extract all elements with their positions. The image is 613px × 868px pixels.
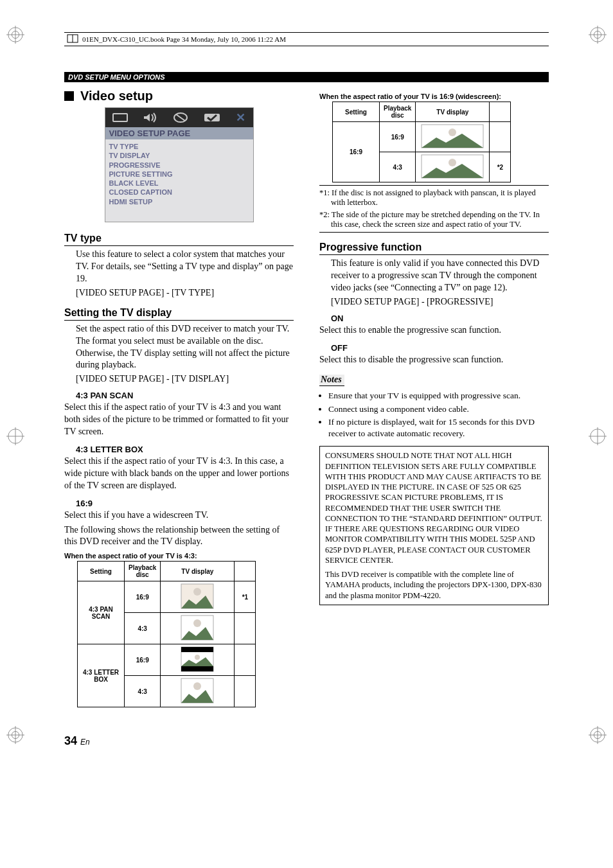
osd-item: PROGRESSIVE — [109, 161, 249, 170]
header-text: 01EN_DVX-C310_UC.book Page 34 Monday, Ju… — [82, 35, 286, 43]
progressive-heading: Progressive function — [319, 242, 549, 255]
option-169-text1: Select this if you have a widescreen TV. — [64, 509, 294, 522]
osd-item: CLOSED CAPTION — [109, 188, 249, 197]
cell-disc: 16:9 — [125, 581, 161, 613]
option-169-heading: 16:9 — [76, 499, 294, 508]
option-off-heading: OFF — [331, 343, 549, 353]
registration-mark-icon — [6, 726, 24, 748]
osd-tab-bar: ✕ — [105, 108, 253, 127]
tv-letterbox-icon — [175, 646, 220, 673]
video-tab-icon — [173, 112, 188, 123]
cell-disc: 16:9 — [125, 644, 161, 676]
option-off-text: Select this to disable the progressive s… — [319, 354, 549, 366]
cell-disc: 4:3 — [380, 152, 416, 182]
option-on-text: Select this to enable the progressive sc… — [319, 324, 549, 337]
cell-display — [161, 581, 235, 613]
svg-point-36 — [195, 655, 200, 660]
table1-caption: When the aspect ratio of your TV is 4:3: — [64, 552, 294, 560]
option-letterbox-heading: 4:3 LETTER BOX — [76, 445, 294, 454]
tv-43-icon — [175, 614, 220, 641]
svg-rect-24 — [113, 114, 127, 121]
th-disc: Playback disc — [125, 562, 161, 581]
osd-item: HDMI SETUP — [109, 197, 249, 206]
video-setup-heading: Video setup — [64, 89, 294, 103]
tv-wide-stretch-icon — [420, 154, 484, 179]
th-note — [490, 102, 511, 122]
option-169-text2: The following shows the relationship bet… — [64, 524, 294, 549]
svg-rect-34 — [181, 647, 213, 652]
osd-video-setup-panel: ✕ VIDEO SETUP PAGE TV TYPE TV DISPLAY PR… — [105, 107, 254, 222]
notes-label: Notes — [319, 375, 344, 386]
svg-point-38 — [193, 682, 201, 690]
th-setting: Setting — [333, 102, 380, 122]
cell-disc: 4:3 — [125, 676, 161, 707]
option-panscan-text: Select this if the aspect ratio of your … — [64, 402, 294, 438]
th-display: TV display — [161, 562, 235, 581]
tv-type-body: Use this feature to select a color syste… — [76, 249, 294, 285]
registration-mark-icon — [589, 726, 607, 748]
cell-disc: 4:3 — [125, 613, 161, 644]
notes-list: Ensure that your TV is equipped with pro… — [319, 390, 549, 439]
cell-display — [416, 122, 490, 152]
osd-menu-list: TV TYPE TV DISPLAY PROGRESSIVE PICTURE S… — [105, 139, 253, 222]
svg-point-40 — [449, 128, 456, 136]
svg-point-32 — [193, 619, 201, 627]
tv-type-path: [VIDEO SETUP PAGE] - [TV TYPE] — [76, 288, 294, 298]
close-tab-icon: ✕ — [236, 111, 245, 125]
cell-note — [235, 676, 256, 707]
tv-wide-icon — [420, 123, 484, 149]
svg-rect-35 — [181, 666, 213, 671]
setting-tv-display-body: Set the aspect ratio of this DVD receive… — [76, 323, 294, 372]
svg-point-30 — [193, 588, 201, 596]
cell-note: *1 — [235, 581, 256, 613]
svg-marker-25 — [144, 114, 150, 121]
cell-setting: 16:9 — [333, 122, 380, 182]
cell-setting: 4:3 PAN SCAN — [78, 581, 125, 644]
note-item: Ensure that your TV is equipped with pro… — [328, 390, 549, 402]
cell-display — [416, 152, 490, 182]
osd-title: VIDEO SETUP PAGE — [105, 127, 253, 139]
aspect-table-43: Setting Playback disc TV display 4:3 PAN… — [77, 561, 256, 707]
cell-setting: 4:3 LETTER BOX — [78, 644, 125, 707]
warning-paragraph-2: This DVD receiver is compatible with the… — [325, 569, 543, 601]
compatibility-warning-box: CONSUMERS SHOULD NOTE THAT NOT ALL HIGH … — [319, 446, 549, 605]
tv-43-icon — [175, 677, 220, 704]
note-item: If no picture is displayed, wait for 15 … — [328, 416, 549, 439]
option-letterbox-text: Select this if the aspect ratio of your … — [64, 456, 294, 492]
cell-note — [235, 613, 256, 644]
audio-tab-icon — [143, 112, 157, 123]
cell-note: *2 — [490, 152, 511, 182]
svg-line-27 — [176, 114, 185, 121]
osd-item: TV TYPE — [109, 142, 249, 151]
cell-note — [490, 122, 511, 152]
tv-panscan-169-icon — [175, 583, 220, 610]
svg-point-42 — [449, 159, 456, 166]
note-item: Connect using a component video cable. — [328, 403, 549, 415]
registration-mark-icon — [589, 427, 607, 449]
cell-note — [235, 644, 256, 676]
tv-type-heading: TV type — [64, 233, 294, 246]
framemaker-header: 01EN_DVX-C310_UC.book Page 34 Monday, Ju… — [64, 32, 549, 46]
cell-display — [161, 644, 235, 676]
progressive-body: This feature is only valid if you have c… — [331, 258, 549, 294]
cell-display — [161, 676, 235, 707]
osd-item: BLACK LEVEL — [109, 179, 249, 188]
th-setting: Setting — [78, 562, 125, 581]
th-disc: Playback disc — [380, 102, 416, 122]
page-number: 34 En — [64, 734, 574, 748]
section-banner: DVD SETUP MENU OPTIONS — [64, 72, 549, 82]
th-note — [235, 562, 256, 581]
registration-mark-icon — [6, 427, 24, 449]
warning-paragraph-1: CONSUMERS SHOULD NOTE THAT NOT ALL HIGH … — [325, 450, 543, 565]
bullet-square-icon — [64, 91, 74, 101]
footnote-2: *2: The side of the picture may be stret… — [319, 210, 549, 229]
option-on-heading: ON — [331, 314, 549, 323]
book-icon — [67, 34, 78, 44]
osd-item: TV DISPLAY — [109, 151, 249, 160]
registration-mark-icon — [589, 26, 607, 48]
cell-disc: 16:9 — [380, 122, 416, 152]
registration-mark-icon — [6, 26, 24, 48]
preference-tab-icon — [204, 112, 220, 123]
option-panscan-heading: 4:3 PAN SCAN — [76, 391, 294, 400]
progressive-path: [VIDEO SETUP PAGE] - [PROGRESSIVE] — [331, 297, 549, 307]
